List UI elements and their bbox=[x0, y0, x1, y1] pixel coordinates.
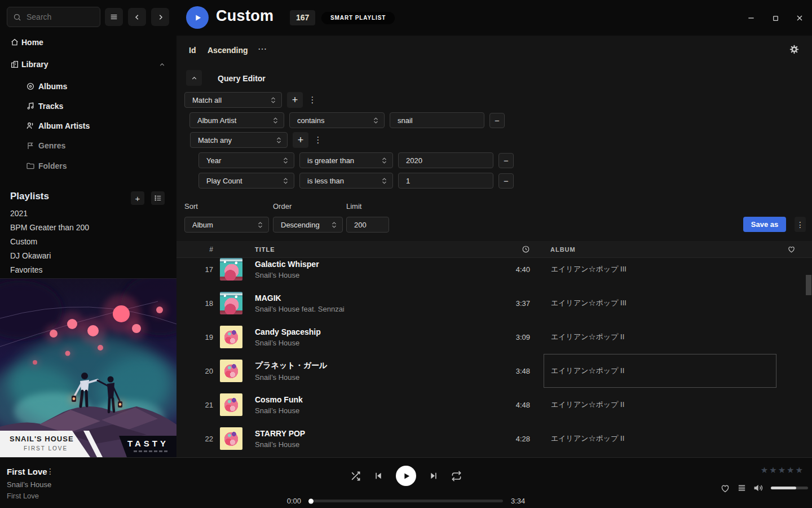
tracklist-header: # TITLE ALBUM bbox=[176, 241, 812, 258]
rule-field-select[interactable]: Album Artist bbox=[189, 112, 284, 128]
play-pause-button[interactable] bbox=[396, 466, 416, 486]
rule-operator-select[interactable]: contains bbox=[289, 112, 385, 128]
add-playlist-button[interactable]: + bbox=[131, 191, 144, 205]
playlist-item[interactable]: BPM Greater than 200 bbox=[10, 223, 89, 235]
sidebar-item-album-artists[interactable]: Album Artists bbox=[0, 118, 176, 134]
now-playing-title[interactable]: First Love bbox=[7, 467, 47, 476]
track-album-cell[interactable]: エイリアン☆ポップ III bbox=[544, 286, 776, 320]
save-options-button[interactable]: ⋮ bbox=[795, 217, 806, 232]
add-rule-button[interactable]: + bbox=[293, 132, 308, 148]
rule-value-input[interactable]: snail bbox=[390, 112, 484, 128]
remove-rule-button[interactable]: − bbox=[498, 173, 514, 189]
sort-field-button[interactable]: Id bbox=[189, 46, 196, 55]
rule-operator-select[interactable]: is less than bbox=[299, 173, 393, 189]
add-rule-button[interactable]: + bbox=[287, 92, 303, 108]
playlist-item[interactable]: 2021 bbox=[10, 209, 28, 221]
star-icon[interactable]: ★ bbox=[796, 465, 803, 475]
star-icon[interactable]: ★ bbox=[769, 465, 776, 475]
sidebar-item-home[interactable]: Home bbox=[0, 34, 176, 50]
sidebar-item-tracks[interactable]: Tracks bbox=[0, 98, 176, 114]
group-options-button[interactable]: ⋮ bbox=[308, 95, 317, 105]
heart-icon bbox=[720, 483, 730, 493]
rule-value-input[interactable]: 2020 bbox=[398, 152, 493, 168]
nav-back-button[interactable] bbox=[128, 8, 146, 26]
next-track-button[interactable] bbox=[429, 471, 438, 480]
track-album-cell[interactable]: エイリアン☆ポップ III bbox=[544, 258, 776, 286]
window-minimize-button[interactable] bbox=[745, 12, 757, 24]
now-playing-artwork[interactable]: SNAIL'S HOUSE FIRST LOVE TASTY bbox=[0, 278, 176, 457]
window-maximize-button[interactable] bbox=[770, 12, 781, 24]
track-album-cell[interactable]: エイリアン☆ポップ II bbox=[544, 388, 776, 422]
previous-track-button[interactable] bbox=[374, 471, 383, 480]
shuffle-button[interactable] bbox=[350, 471, 361, 481]
sidebar-item-albums[interactable]: Albums bbox=[0, 78, 176, 94]
sidebar-item-genres[interactable]: Genres bbox=[0, 138, 176, 154]
limit-input[interactable]: 200 bbox=[346, 217, 389, 233]
volume-mute-button[interactable] bbox=[753, 483, 764, 493]
star-icon[interactable]: ★ bbox=[787, 465, 794, 475]
track-duration: 4:40 bbox=[480, 265, 530, 274]
save-as-button[interactable]: Save as bbox=[743, 217, 786, 232]
column-header-title[interactable]: TITLE bbox=[255, 246, 480, 253]
rule-field-select[interactable]: Play Count bbox=[198, 173, 294, 189]
window-close-button[interactable] bbox=[794, 12, 805, 24]
match-type-select[interactable]: Match all bbox=[184, 92, 282, 108]
table-row[interactable]: 21 Cosmo Funk Snail’s House 4:48 エイリアン☆ポ… bbox=[176, 388, 812, 422]
select-arrows-icon bbox=[273, 117, 278, 124]
track-album-cell[interactable]: エイリアン☆ポップ II bbox=[544, 320, 776, 354]
remove-rule-button[interactable]: − bbox=[498, 153, 514, 168]
track-album-cell[interactable]: エイリアン☆ポップ II bbox=[544, 422, 776, 456]
queue-button[interactable] bbox=[737, 483, 747, 493]
query-editor-collapse-button[interactable] bbox=[186, 70, 202, 86]
star-icon[interactable]: ★ bbox=[778, 465, 785, 475]
volume-slider[interactable] bbox=[771, 487, 808, 489]
seek-handle[interactable] bbox=[308, 498, 314, 503]
match-type-select[interactable]: Match any bbox=[190, 132, 288, 148]
heart-icon bbox=[787, 245, 796, 253]
group-options-button[interactable]: ⋮ bbox=[314, 135, 323, 145]
table-row[interactable]: 18 MAGIK Snail’s House feat. Sennzai 3:3… bbox=[176, 286, 812, 320]
playlist-item[interactable]: Favorites bbox=[10, 265, 43, 278]
scrollbar-thumb[interactable] bbox=[806, 275, 811, 295]
playlist-item[interactable]: DJ Okawari bbox=[10, 251, 51, 264]
now-playing-album[interactable]: First Love bbox=[7, 492, 39, 500]
column-header-index[interactable]: # bbox=[176, 246, 220, 253]
track-artist: Snail’s House bbox=[255, 373, 480, 382]
sidebar-item-library[interactable]: Library bbox=[0, 56, 176, 72]
favorite-button[interactable] bbox=[720, 483, 730, 493]
table-row[interactable]: 22 STARRY POP Snail’s House 4:28 エイリアン☆ポ… bbox=[176, 422, 812, 456]
player-bar: First Love ⋮ Snail’s House First Love 0:… bbox=[0, 457, 812, 508]
repeat-button[interactable] bbox=[451, 471, 462, 481]
column-header-album[interactable]: ALBUM bbox=[544, 241, 776, 257]
chevron-up-icon[interactable] bbox=[158, 61, 166, 68]
track-album-cell-focused[interactable]: エイリアン☆ポップ II bbox=[544, 354, 776, 388]
sort-label: Sort bbox=[184, 202, 198, 211]
nav-forward-button[interactable] bbox=[151, 8, 169, 26]
column-header-duration[interactable] bbox=[480, 245, 530, 253]
rule-operator-select[interactable]: is greater than bbox=[299, 152, 393, 168]
rule-field-select[interactable]: Year bbox=[198, 152, 294, 168]
clock-icon bbox=[522, 245, 530, 253]
home-icon bbox=[10, 38, 19, 47]
table-row[interactable]: 19 Candy Spaceship Snail’s House 3:09 エイ… bbox=[176, 320, 812, 354]
column-header-favorite[interactable] bbox=[776, 245, 812, 253]
search-input[interactable]: Search bbox=[7, 7, 100, 27]
rule-value-input[interactable]: 1 bbox=[398, 173, 493, 189]
settings-gear-icon[interactable] bbox=[789, 45, 799, 54]
remove-rule-button[interactable]: − bbox=[489, 113, 505, 128]
star-icon[interactable]: ★ bbox=[761, 465, 768, 475]
play-playlist-button[interactable] bbox=[186, 6, 209, 29]
table-row[interactable]: 20 プラネット・ガール Snail’s House 3:48 エイリアン☆ポッ… bbox=[176, 354, 812, 388]
now-playing-artist[interactable]: Snail’s House bbox=[7, 480, 51, 489]
playlist-list-view-button[interactable] bbox=[151, 191, 165, 205]
sort-select[interactable]: Album bbox=[184, 217, 269, 233]
now-playing-options-button[interactable]: ⋮ bbox=[46, 467, 54, 476]
menu-icon[interactable] bbox=[105, 8, 123, 26]
sort-direction-button[interactable]: Ascending bbox=[208, 46, 248, 55]
view-options-button[interactable]: ⋯ bbox=[258, 43, 267, 54]
order-select[interactable]: Descending bbox=[273, 217, 343, 233]
playlist-item[interactable]: Custom bbox=[10, 237, 37, 249]
table-row[interactable]: 17 Galactic Whisper Snail’s House 4:40 エ… bbox=[176, 258, 812, 286]
seek-slider[interactable] bbox=[309, 500, 503, 502]
sidebar-item-folders[interactable]: Folders bbox=[0, 158, 176, 174]
